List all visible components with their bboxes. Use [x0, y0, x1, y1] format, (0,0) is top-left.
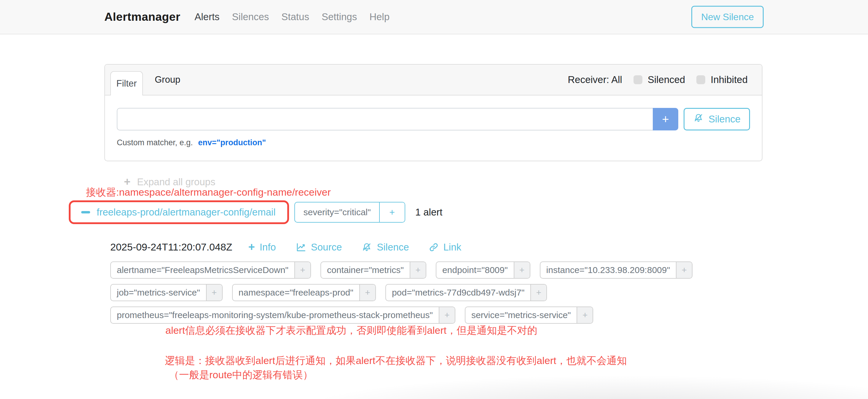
tab-group[interactable]: Group [155, 65, 180, 95]
generator-link[interactable]: Link [429, 242, 462, 253]
label-text: pod="metrics-77d9cdb497-wdsj7" [386, 284, 530, 301]
label-chip: namespace="freeleaps-prod" + [232, 284, 376, 301]
app-brand[interactable]: Alertmanager [104, 10, 180, 23]
label-chip: pod="metrics-77d9cdb497-wdsj7" + [385, 284, 547, 301]
minus-icon [81, 211, 90, 213]
silenced-label: Silenced [648, 74, 685, 85]
info-toggle-link[interactable]: + Info [248, 241, 276, 253]
collapse-group-button[interactable]: freeleaps-prod/alertmanager-config/email [81, 207, 275, 218]
annotation-line-2: 逻辑是：接收器收到alert后进行通知，如果alert不在接收器下，说明接收器没… [165, 354, 627, 368]
filter-panel-body: + Silence Custom matcher, e.g. env="prod [105, 95, 762, 147]
new-silence-button[interactable]: New Silence [691, 6, 764, 28]
inhibited-label: Inhibited [711, 74, 748, 85]
inhibited-checkbox[interactable] [696, 75, 705, 84]
add-label-filter-button[interactable]: + [206, 284, 222, 301]
annotation-line-3: （一般是route中的逻辑有错误） [169, 368, 313, 382]
source-link-label: Source [311, 242, 342, 253]
label-chip: service="metrics-service" + [465, 307, 593, 324]
label-row: prometheus="freeleaps-monitoring-system/… [110, 307, 692, 324]
navbar-inner: Alertmanager Alerts Silences Status Sett… [104, 0, 764, 34]
label-chip: instance="10.233.98.209:8009" + [540, 262, 692, 279]
add-label-filter-button[interactable]: + [530, 284, 546, 301]
alertmanager-page: Alertmanager Alerts Silences Status Sett… [0, 0, 868, 399]
add-label-filter-button[interactable]: + [439, 307, 455, 323]
add-label-filter-button[interactable]: + [676, 262, 692, 278]
label-text: prometheus="freeleaps-monitoring-system/… [111, 307, 439, 323]
annotation-receiver-path: 接收器:namespace/altermanager-config-name/r… [86, 186, 331, 199]
link-icon [429, 242, 439, 252]
alert-count: 1 alert [415, 207, 443, 218]
info-link-label: Info [260, 242, 276, 253]
alert-group-row: freeleaps-prod/alertmanager-config/email… [69, 201, 442, 224]
label-chip: prometheus="freeleaps-monitoring-system/… [110, 307, 455, 324]
label-text: namespace="freeleaps-prod" [233, 284, 359, 301]
navbar: Alertmanager Alerts Silences Status Sett… [0, 0, 868, 34]
label-chip: alertname="FreeleapsMetricsServiceDown" … [110, 262, 311, 279]
nav-alerts[interactable]: Alerts [194, 11, 219, 23]
add-label-filter-button[interactable]: + [577, 307, 593, 323]
receiver-group-link: freeleaps-prod/alertmanager-config/email [97, 207, 275, 218]
bell-slash-icon [361, 242, 372, 252]
plus-icon: + [248, 241, 255, 253]
matcher-input-group: + [117, 108, 678, 130]
nav-help[interactable]: Help [369, 11, 390, 23]
source-link[interactable]: Source [296, 242, 342, 253]
label-row: job="metrics-service" + namespace="freel… [110, 284, 692, 301]
label-text: service="metrics-service" [465, 307, 577, 323]
label-text: alertname="FreeleapsMetricsServiceDown" [111, 262, 294, 278]
silenced-checkbox[interactable] [633, 75, 642, 84]
inhibited-filter-toggle[interactable]: Inhibited [696, 74, 748, 85]
tab-group-label: Group [155, 74, 180, 85]
label-text: instance="10.233.98.209:8009" [540, 262, 676, 278]
filter-panel-header: Filter Group Receiver: All Silenced Inhi… [105, 65, 762, 95]
alert-timestamp: 2025-09-24T11:20:07.048Z [110, 241, 232, 253]
chart-line-icon [296, 242, 306, 252]
tab-filter-label: Filter [117, 78, 137, 89]
label-text: container="metrics" [321, 262, 410, 278]
label-chip: container="metrics" + [320, 262, 426, 279]
silenced-filter-toggle[interactable]: Silenced [633, 74, 685, 85]
add-label-filter-button[interactable]: + [359, 284, 375, 301]
add-group-matcher-button[interactable]: + [379, 203, 405, 222]
matcher-hint: Custom matcher, e.g. env="production" [117, 138, 750, 147]
filter-header-controls: Receiver: All Silenced Inhibited [568, 65, 748, 95]
label-chip: endpoint="8009" + [436, 262, 530, 279]
tab-filter[interactable]: Filter [110, 71, 143, 95]
matcher-input[interactable] [117, 108, 653, 130]
alert-header-row: 2025-09-24T11:20:07.048Z + Info Source [110, 241, 481, 253]
silence-filter-button[interactable]: Silence [684, 108, 750, 130]
silence-alert-label: Silence [377, 242, 409, 253]
matcher-input-row: + Silence [117, 108, 750, 130]
add-matcher-button[interactable]: + [653, 108, 678, 130]
label-text: job="metrics-service" [111, 284, 206, 301]
main-nav: Alerts Silences Status Settings Help [194, 11, 390, 23]
add-label-filter-button[interactable]: + [410, 262, 426, 278]
label-chip: job="metrics-service" + [110, 284, 223, 301]
receiver-filter-dropdown[interactable]: Receiver: All [568, 74, 622, 85]
silence-filter-label: Silence [709, 114, 741, 125]
generator-link-label: Link [443, 242, 462, 253]
bell-slash-icon [693, 113, 704, 126]
alert-labels: alertname="FreeleapsMetricsServiceDown" … [110, 262, 692, 329]
group-matcher-label: severity="critical" [295, 203, 379, 222]
silence-alert-link[interactable]: Silence [361, 242, 409, 253]
nav-status[interactable]: Status [281, 11, 309, 23]
matcher-example-link[interactable]: env="production" [198, 138, 266, 147]
add-label-filter-button[interactable]: + [294, 262, 310, 278]
bottom-shade [0, 371, 868, 399]
annotation-line-1: alert信息必须在接收器下才表示配置成功，否则即使能看到alert，但是通知是… [165, 324, 537, 337]
matcher-hint-text: Custom matcher, e.g. [117, 138, 193, 147]
nav-settings[interactable]: Settings [322, 11, 357, 23]
group-matcher-chip: severity="critical" + [294, 202, 405, 223]
nav-silences[interactable]: Silences [232, 11, 269, 23]
add-label-filter-button[interactable]: + [514, 262, 530, 278]
filter-panel: Filter Group Receiver: All Silenced Inhi… [104, 64, 763, 161]
label-row: alertname="FreeleapsMetricsServiceDown" … [110, 262, 692, 279]
receiver-highlight-box: freeleaps-prod/alertmanager-config/email [69, 201, 289, 224]
label-text: endpoint="8009" [436, 262, 514, 278]
